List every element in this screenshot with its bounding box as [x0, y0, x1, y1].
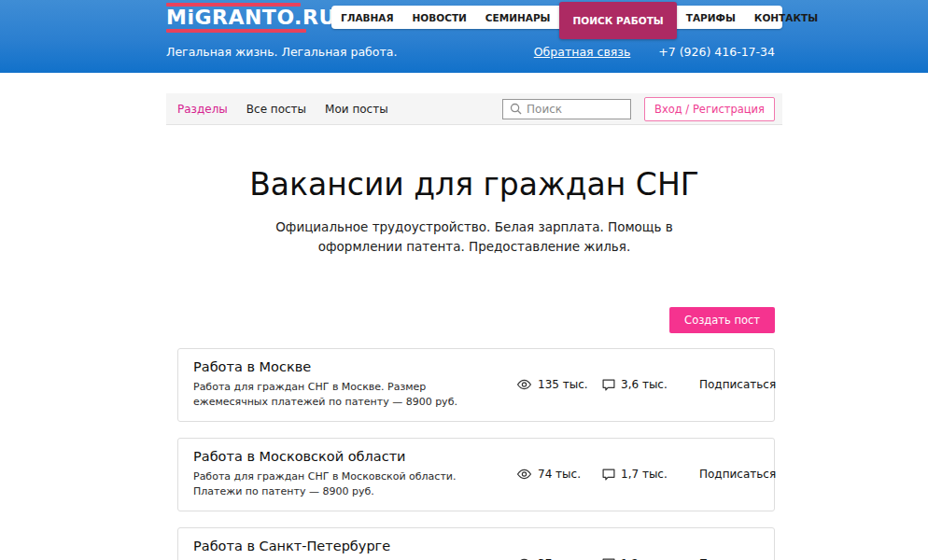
content-subnav: Разделы Все посты Мои посты Вход / Регис…	[166, 93, 782, 125]
post-description: Работа для граждан СНГ в Москве. Размер …	[193, 380, 501, 411]
post-card: Работа в Санкт-Петербурге Работа для гра…	[177, 527, 775, 560]
logo-text: MiGRANTO.RU	[166, 7, 306, 29]
subscribe-link[interactable]: Подписаться	[699, 378, 776, 391]
create-post-button[interactable]: Создать пост	[669, 307, 775, 333]
comment-icon	[602, 469, 615, 481]
views-count: 135 тыс.	[538, 378, 588, 391]
site-header: MiGRANTO.RU ГЛАВНАЯ НОВОСТИ СЕМИНАРЫ ПОИ…	[0, 0, 928, 73]
post-title: Работа в Московской области	[193, 449, 501, 464]
feedback-link[interactable]: Обратная связь	[534, 45, 631, 59]
eye-icon	[516, 379, 532, 390]
main-navigation: ГЛАВНАЯ НОВОСТИ СЕМИНАРЫ ПОИСК РАБОТЫ ТА…	[331, 6, 782, 29]
site-logo[interactable]: MiGRANTO.RU	[166, 3, 306, 33]
views-stat: 135 тыс.	[516, 378, 602, 391]
post-title: Работа в Санкт-Петербурге	[193, 539, 501, 553]
post-link[interactable]: Работа в Москве Работа для граждан СНГ в…	[193, 359, 501, 411]
phone-number: +7 (926) 416-17-34	[658, 45, 775, 59]
comments-stat: 3,6 тыс.	[602, 378, 699, 391]
comments-stat: 1,7 тыс.	[602, 468, 699, 481]
login-register-button[interactable]: Вход / Регистрация	[644, 97, 775, 121]
post-link[interactable]: Работа в Санкт-Петербурге Работа для гра…	[193, 539, 501, 560]
post-list: Работа в Москве Работа для граждан СНГ в…	[166, 348, 782, 560]
subnav-link-vse-posty[interactable]: Все посты	[246, 103, 306, 116]
page-subtitle: Официальное трудоустройство. Белая зарпл…	[250, 217, 698, 257]
post-title: Работа в Москве	[193, 359, 501, 374]
subnav-link-razdely[interactable]: Разделы	[177, 103, 228, 116]
nav-tab-kontakty[interactable]: КОНТАКТЫ	[745, 6, 827, 29]
comments-count: 3,6 тыс.	[621, 378, 668, 391]
search-box[interactable]	[502, 99, 631, 119]
subscribe-link[interactable]: Подписаться	[699, 468, 776, 481]
comment-icon	[602, 379, 615, 391]
subnav-link-moi-posty[interactable]: Мои посты	[325, 103, 388, 116]
search-icon	[510, 103, 522, 115]
search-input[interactable]	[527, 103, 624, 116]
views-stat: 74 тыс.	[516, 468, 602, 481]
post-card: Работа в Московской области Работа для г…	[177, 438, 775, 511]
comments-count: 1,7 тыс.	[621, 468, 668, 481]
post-card: Работа в Москве Работа для граждан СНГ в…	[177, 348, 775, 422]
views-count: 74 тыс.	[538, 468, 581, 481]
nav-tab-tarify[interactable]: ТАРИФЫ	[677, 6, 745, 29]
post-link[interactable]: Работа в Московской области Работа для г…	[193, 449, 501, 500]
nav-tab-novosti[interactable]: НОВОСТИ	[403, 6, 476, 29]
nav-tab-poisk-raboty[interactable]: ПОИСК РАБОТЫ	[559, 2, 676, 39]
logo-bottom-bar	[166, 29, 306, 33]
eye-icon	[516, 469, 532, 480]
nav-tab-seminary[interactable]: СЕМИНАРЫ	[476, 6, 560, 29]
page-title: Вакансии для граждан СНГ	[166, 166, 782, 203]
header-tagline: Легальная жизнь. Легальная работа.	[166, 45, 397, 59]
nav-tab-glavnaya[interactable]: ГЛАВНАЯ	[331, 6, 403, 29]
post-description: Работа для граждан СНГ в Московской обла…	[193, 469, 501, 500]
